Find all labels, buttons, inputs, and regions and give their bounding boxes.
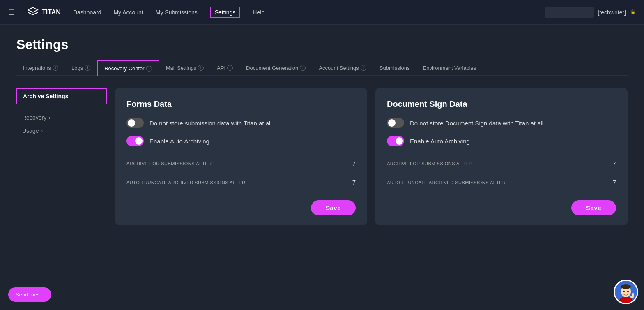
- nav-search-input[interactable]: [545, 7, 594, 18]
- nav-settings[interactable]: Settings: [210, 7, 241, 18]
- sidebar-item-usage[interactable]: Usage ›: [16, 124, 107, 137]
- doc-sign-truncate-after-row: AUTO TRUNCATE ARCHIVED SUBMISSIONS AFTER…: [387, 173, 616, 192]
- tab-integrations[interactable]: Integrations i: [16, 61, 65, 75]
- forms-card-title: Forms Data: [126, 99, 356, 109]
- forms-archive-after-row: ARCHIVE FOR SUBMISSIONS AFTER 7: [126, 154, 356, 173]
- document-sign-card-title: Document Sign Data: [387, 99, 616, 109]
- tab-logs-info: i: [85, 65, 90, 71]
- forms-no-store-toggle[interactable]: [126, 118, 144, 128]
- forms-no-store-label: Do not store submission data with Titan …: [150, 120, 272, 127]
- svg-rect-7: [632, 293, 634, 296]
- forms-auto-archive-label: Enable Auto Archiving: [150, 138, 209, 145]
- doc-sign-no-store-toggle[interactable]: [387, 118, 404, 128]
- doc-sign-auto-archive-row: Enable Auto Archiving: [387, 136, 616, 146]
- doc-sign-save-button[interactable]: Save: [571, 200, 616, 215]
- nav-user: [techwriter]: [598, 9, 626, 16]
- doc-sign-archive-after-value[interactable]: 7: [613, 160, 616, 167]
- forms-save-button[interactable]: Save: [311, 200, 356, 215]
- doc-sign-archive-after-label: ARCHIVE FOR SUBMISSIONS AFTER: [387, 161, 472, 166]
- chevron-right-icon: ›: [49, 115, 51, 120]
- tab-mail-settings-info: i: [198, 65, 204, 71]
- forms-auto-archive-toggle[interactable]: [126, 136, 144, 146]
- nav-links: Dashboard My Account My Submissions Sett…: [73, 7, 532, 18]
- doc-sign-auto-archive-label: Enable Auto Archiving: [410, 138, 470, 145]
- svg-point-3: [623, 291, 625, 292]
- svg-rect-5: [621, 297, 631, 303]
- nav-right: [techwriter] ♛: [545, 7, 636, 18]
- tab-submissions[interactable]: Submissions: [373, 61, 416, 75]
- cards-area: Forms Data Do not store submission data …: [115, 88, 628, 225]
- doc-sign-truncate-after-value[interactable]: 7: [613, 179, 616, 186]
- svg-point-2: [621, 284, 631, 289]
- forms-archive-after-value[interactable]: 7: [352, 160, 356, 167]
- tab-account-settings-info: i: [361, 65, 366, 71]
- page-title: Settings: [16, 37, 628, 52]
- forms-archive-after-label: ARCHIVE FOR SUBMISSIONS AFTER: [126, 161, 212, 166]
- app-name: TITAN: [42, 9, 61, 16]
- tab-account-settings[interactable]: Account Settings i: [312, 61, 373, 75]
- doc-sign-save-row: Save: [387, 200, 616, 215]
- hamburger-menu[interactable]: ☰: [8, 8, 15, 17]
- forms-truncate-after-label: AUTO TRUNCATE ARCHIVED SUBMISSIONS AFTER: [126, 180, 246, 185]
- crown-icon: ♛: [630, 8, 636, 16]
- tab-api[interactable]: API i: [210, 61, 239, 75]
- doc-sign-no-store-label: Do not store Document Sign data with Tit…: [410, 120, 543, 127]
- tab-integrations-info: i: [53, 65, 58, 71]
- nav-my-submissions[interactable]: My Submissions: [156, 7, 198, 17]
- nav-help[interactable]: Help: [253, 7, 264, 17]
- content-area: Archive Settings Recovery › Usage › Form…: [16, 88, 628, 225]
- settings-tabs: Integrations i Logs i Recovery Center i …: [16, 60, 628, 76]
- nav-dashboard[interactable]: Dashboard: [73, 7, 101, 17]
- page-wrapper: Settings Integrations i Logs i Recovery …: [0, 25, 644, 238]
- forms-truncate-after-value[interactable]: 7: [352, 179, 356, 186]
- forms-no-store-row: Do not store submission data with Titan …: [126, 118, 356, 128]
- tab-recovery-center[interactable]: Recovery Center i: [97, 60, 159, 76]
- topnav: ☰ TITAN Dashboard My Account My Submissi…: [0, 0, 644, 25]
- doc-sign-no-store-row: Do not store Document Sign data with Tit…: [387, 118, 616, 128]
- sidebar-archive-settings[interactable]: Archive Settings: [16, 88, 107, 104]
- sidebar: Archive Settings Recovery › Usage ›: [16, 88, 107, 225]
- tab-document-generation[interactable]: Document Generation i: [239, 61, 312, 75]
- chat-button[interactable]: Send mes...: [8, 287, 51, 302]
- tab-api-info: i: [227, 65, 233, 71]
- support-avatar[interactable]: [614, 280, 638, 304]
- sidebar-item-recovery[interactable]: Recovery ›: [16, 111, 107, 124]
- tab-document-generation-info: i: [300, 65, 306, 71]
- document-sign-card: Document Sign Data Do not store Document…: [375, 88, 628, 225]
- forms-data-card: Forms Data Do not store submission data …: [115, 88, 367, 225]
- app-logo: TITAN: [27, 7, 61, 18]
- tab-environment-variables[interactable]: Environment Variables: [416, 61, 483, 75]
- tab-recovery-center-info: i: [146, 66, 152, 72]
- doc-sign-auto-archive-toggle[interactable]: [387, 136, 404, 146]
- nav-my-account[interactable]: My Account: [113, 7, 143, 17]
- forms-truncate-after-row: AUTO TRUNCATE ARCHIVED SUBMISSIONS AFTER…: [126, 173, 356, 192]
- tab-logs[interactable]: Logs i: [65, 61, 97, 75]
- forms-save-row: Save: [126, 200, 356, 215]
- tab-mail-settings[interactable]: Mail Settings i: [159, 61, 210, 75]
- doc-sign-archive-after-row: ARCHIVE FOR SUBMISSIONS AFTER 7: [387, 154, 616, 173]
- forms-auto-archive-row: Enable Auto Archiving: [126, 136, 356, 146]
- chevron-right-icon: ›: [41, 128, 43, 133]
- svg-point-4: [627, 291, 629, 292]
- doc-sign-truncate-after-label: AUTO TRUNCATE ARCHIVED SUBMISSIONS AFTER: [387, 180, 506, 185]
